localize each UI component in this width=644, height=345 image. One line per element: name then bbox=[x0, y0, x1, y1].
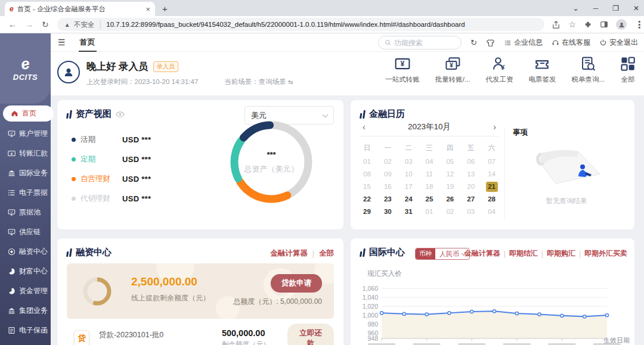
calendar-day[interactable]: 10 bbox=[398, 168, 419, 180]
calendar-day[interactable]: 27 bbox=[460, 193, 481, 205]
omnibox[interactable]: ▲ 不安全 | 10.7.19.22:8999/fpaas_bucket/941… bbox=[57, 18, 545, 31]
sidebar-item-转账汇款[interactable]: ¥转账汇款 bbox=[0, 144, 51, 163]
calendar-day[interactable]: 16 bbox=[377, 181, 398, 192]
calendar-day[interactable]: 02 bbox=[377, 156, 398, 167]
function-search[interactable] bbox=[378, 36, 462, 49]
safe-exit-link[interactable]: 安全退出 bbox=[599, 38, 638, 48]
tab-title: 首页 - 企业综合金融服务平台 bbox=[17, 5, 143, 14]
repay-now-button[interactable]: 立即还款 bbox=[287, 324, 334, 345]
calendar-day[interactable]: 28 bbox=[481, 193, 502, 205]
window-restore-icon[interactable]: ❐ bbox=[612, 4, 619, 13]
calendar-day[interactable]: 04 bbox=[419, 156, 440, 167]
new-tab-button[interactable]: + bbox=[162, 4, 168, 14]
sidebar-item-电子保函[interactable]: 电子保函 bbox=[0, 321, 51, 340]
eye-toggle-icon[interactable] bbox=[116, 111, 125, 118]
page-tab-home[interactable]: 首页 bbox=[79, 33, 97, 52]
forward-icon[interactable]: → bbox=[25, 20, 33, 29]
window-chevron-icon[interactable]: ⌄ bbox=[573, 4, 579, 13]
calendar-day[interactable]: 01 bbox=[419, 206, 440, 217]
spot-fx-trade-link[interactable]: 即期外汇买卖 bbox=[584, 248, 627, 259]
finance-calculator-link[interactable]: 金融计算器 bbox=[465, 248, 500, 259]
calendar-day[interactable]: 18 bbox=[419, 181, 440, 192]
online-service-link[interactable]: 在线客服 bbox=[552, 38, 590, 48]
pie-icon bbox=[8, 287, 16, 295]
calendar-day[interactable]: 24 bbox=[398, 193, 419, 205]
calendar-day[interactable]: 13 bbox=[460, 168, 481, 180]
svg-text:1,000: 1,000 bbox=[363, 312, 378, 319]
search-input[interactable] bbox=[394, 39, 454, 47]
current-scene[interactable]: 当前场景：查询场景 ⇆ bbox=[224, 77, 293, 86]
extensions-icon[interactable] bbox=[584, 20, 592, 29]
calendar-day[interactable]: 06 bbox=[460, 156, 481, 167]
reload-icon[interactable]: ↻ bbox=[42, 20, 49, 29]
company-info-link[interactable]: 企业信息 bbox=[504, 38, 543, 48]
sidebar-item-集团业务[interactable]: 集团业务 bbox=[0, 301, 51, 321]
grid-icon bbox=[620, 56, 636, 72]
calendar-day[interactable]: 14 bbox=[481, 168, 502, 180]
calendar-day[interactable]: 08 bbox=[357, 168, 377, 180]
prev-month-icon[interactable]: ‹ bbox=[360, 122, 368, 132]
calendar-day[interactable]: 05 bbox=[439, 156, 460, 167]
tab-close-icon[interactable]: × bbox=[145, 5, 150, 14]
quick-action-电票签发[interactable]: 电票签发 bbox=[528, 56, 556, 84]
spot-purchase-link[interactable]: 即期购汇 bbox=[547, 248, 575, 259]
browser-tab[interactable]: e 首页 - 企业综合金融服务平台 × bbox=[5, 2, 155, 16]
calendar-day-selected[interactable]: 21 bbox=[481, 181, 502, 192]
calendar-day[interactable]: 03 bbox=[460, 206, 481, 217]
bookmark-star-icon[interactable]: ☆ bbox=[568, 20, 576, 29]
calendar-day[interactable]: 29 bbox=[357, 206, 377, 217]
quick-action-全部[interactable]: 全部 bbox=[620, 56, 636, 84]
sidebar-item-国际业务[interactable]: 国际业务 bbox=[0, 163, 51, 183]
calendar-day[interactable]: 22 bbox=[357, 193, 377, 205]
calendar-day[interactable]: 02 bbox=[439, 206, 460, 217]
quick-action-批量转账/...[interactable]: ¥批量转账/... bbox=[435, 56, 470, 84]
calendar-day[interactable]: 09 bbox=[377, 168, 398, 180]
fx-chart-xlabel: 生效日期 bbox=[603, 336, 630, 345]
person-yuan-icon: ¥ bbox=[491, 56, 507, 72]
calendar-day[interactable]: 07 bbox=[481, 156, 502, 167]
calendar-day[interactable]: 25 bbox=[419, 193, 440, 205]
quick-action-一站式转账[interactable]: ¥一站式转账 bbox=[385, 56, 420, 84]
window-close-icon[interactable]: ✕ bbox=[633, 4, 639, 13]
all-link[interactable]: 全部 bbox=[319, 248, 334, 259]
sidebar-item-财富中心[interactable]: 财富中心 bbox=[0, 262, 51, 281]
calendar-day[interactable]: 04 bbox=[481, 206, 502, 217]
window-minimize-icon[interactable]: ─ bbox=[593, 4, 599, 13]
calendar-day[interactable]: 17 bbox=[398, 181, 419, 192]
calendar-day[interactable]: 30 bbox=[377, 206, 398, 217]
back-icon[interactable]: ← bbox=[8, 20, 17, 29]
calendar-day[interactable]: 31 bbox=[398, 206, 419, 217]
sidebar-item-电子票据[interactable]: 电子票据 bbox=[0, 183, 51, 203]
calendar-day[interactable]: 03 bbox=[398, 156, 419, 167]
legend-dot bbox=[72, 177, 76, 181]
sidebar-item-供应链[interactable]: 供应链 bbox=[0, 222, 51, 242]
sidebar-item-资金管理[interactable]: 资金管理 bbox=[0, 281, 51, 301]
refresh-icon[interactable]: ↻ bbox=[470, 38, 477, 47]
calendar-day[interactable]: 19 bbox=[439, 181, 460, 192]
next-month-icon[interactable]: › bbox=[491, 122, 499, 132]
calendar-day[interactable]: 12 bbox=[439, 168, 460, 180]
quick-action-税单查询...[interactable]: 税单查询... bbox=[571, 56, 605, 84]
share-icon[interactable] bbox=[552, 20, 561, 29]
loan-apply-button[interactable]: 贷款申请 bbox=[271, 274, 322, 293]
profile-avatar[interactable] bbox=[616, 19, 627, 30]
calendar-day[interactable]: 11 bbox=[419, 168, 440, 180]
theme-skin-icon[interactable] bbox=[486, 39, 495, 47]
calendar-day[interactable]: 01 bbox=[357, 156, 377, 167]
quick-action-代发工资[interactable]: ¥代发工资 bbox=[485, 56, 513, 84]
sidebar-item-票据池[interactable]: 票据池 bbox=[0, 203, 51, 222]
sidebar-item-融资中心[interactable]: 融资中心 bbox=[0, 242, 51, 262]
currency-type-dropdown[interactable]: 币种 人民币 bbox=[415, 248, 470, 260]
spot-settlement-link[interactable]: 即期结汇 bbox=[509, 248, 538, 259]
browser-menu-icon[interactable]: ⋮ bbox=[634, 19, 644, 30]
calendar-day[interactable]: 15 bbox=[357, 181, 377, 192]
side-panel-icon[interactable] bbox=[600, 20, 608, 29]
calendar-day[interactable]: 26 bbox=[439, 193, 460, 205]
calendar-day[interactable]: 20 bbox=[460, 181, 481, 192]
calendar-day[interactable]: 23 bbox=[377, 193, 398, 205]
collapse-menu-icon[interactable]: ☰ bbox=[58, 38, 66, 47]
finance-calculator-link[interactable]: 金融计算器 bbox=[270, 248, 308, 259]
sidebar-item-home[interactable]: 首页 bbox=[3, 105, 54, 122]
scene-swap-icon[interactable]: ⇆ bbox=[288, 79, 293, 85]
sidebar-item-账户管理[interactable]: 账户管理 bbox=[0, 124, 51, 144]
